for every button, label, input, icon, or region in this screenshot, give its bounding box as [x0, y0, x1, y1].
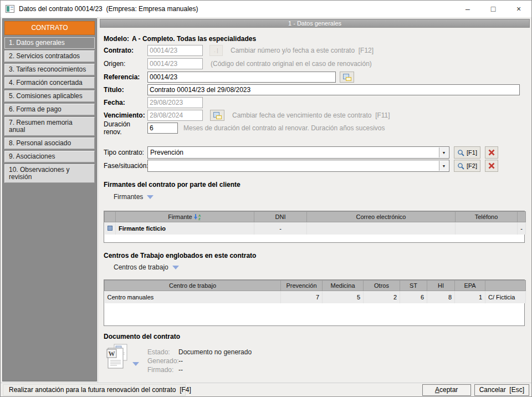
firmante-telefono-cell [456, 222, 518, 235]
accept-button[interactable]: Aceptar [422, 384, 471, 396]
fase-situacion-row: Fase/situación: ▼ [F2] [104, 160, 498, 172]
vencimiento-hint: Cambiar fecha de vencimiento de este con… [232, 111, 390, 119]
firmado-label: Firmado: [147, 366, 178, 374]
search-icon [457, 162, 464, 170]
delete-x-icon [488, 162, 495, 169]
fecha-label: Fecha: [104, 99, 147, 106]
firmante-extra-cell: - [518, 222, 526, 235]
cancel-button[interactable]: Cancelar [Esc] [474, 384, 529, 396]
documento-generado-row: Generado: -- [147, 357, 183, 365]
referencia-row: Referencia: [104, 72, 354, 83]
dropdown-triangle-icon [172, 266, 179, 269]
centros-table-row[interactable]: Centro manuales 7 5 2 6 8 1 C/ Ficticia [105, 291, 526, 303]
fase-situacion-select[interactable]: ▼ [147, 160, 449, 172]
centros-col-epa[interactable]: EPA [455, 281, 485, 291]
annotation-label: Realizar anotación para la futura renova… [9, 386, 191, 394]
sidebar-item-forma-de-pago[interactable]: 6. Forma de pago [4, 104, 95, 115]
sidebar-item-formacion-concertada[interactable]: 4. Formación concertada [4, 77, 95, 89]
duracion-input[interactable] [147, 123, 178, 134]
fecha-input[interactable] [147, 97, 203, 108]
sidebar-item-personal-asociado[interactable]: 8. Personal asociado [4, 138, 95, 149]
sidebar-item-comisiones-aplicables[interactable]: 5. Comisiones aplicables [4, 90, 95, 102]
sidebar-item-observaciones-revision[interactable]: 10. Observaciones y revisión [4, 164, 95, 183]
sidebar-item-servicios-contratados[interactable]: 2. Servicios contratados [4, 50, 95, 62]
fase-situacion-clear-button[interactable] [485, 160, 498, 172]
firmantes-col-telefono[interactable]: Teléfono [456, 212, 518, 222]
firmantes-col-selector[interactable] [105, 212, 116, 222]
word-document-icon: W [106, 343, 129, 369]
tipo-contrato-label: Tipo contrato: [104, 149, 147, 156]
centros-menu-button[interactable]: Centros de trabajo [114, 263, 179, 271]
minimize-button[interactable]: – [455, 1, 480, 17]
vencimiento-row: Vencimiento: Cambiar fecha de vencimient… [104, 110, 390, 121]
chevron-down-icon[interactable]: ▼ [439, 147, 448, 157]
sidebar: CONTRATO 1. Datos generales 2. Servicios… [2, 18, 97, 381]
referencia-input[interactable] [147, 72, 336, 83]
modelo-row: Modelo: A - Completo. Todas las especial… [104, 33, 256, 44]
centros-col-st[interactable]: ST [400, 281, 427, 291]
tipo-contrato-clear-button[interactable] [485, 146, 498, 159]
firmante-row-marker [105, 222, 116, 235]
annotation-action[interactable]: Realizar anotación para la futura renova… [3, 384, 186, 396]
svg-text:A: A [198, 214, 201, 217]
firmantes-col-extra[interactable] [518, 212, 526, 222]
fecha-row: Fecha: [104, 97, 203, 108]
change-expiry-button[interactable] [210, 110, 224, 121]
centros-col-otros[interactable]: Otros [364, 281, 400, 291]
record-bullet-icon [108, 226, 112, 231]
centros-col-centro[interactable]: Centro de trabajo [105, 281, 281, 291]
change-number-button[interactable]: . | [209, 45, 223, 56]
firmantes-menu-button[interactable]: Firmantes [114, 193, 154, 201]
origen-input[interactable] [147, 58, 203, 69]
sidebar-item-datos-generales[interactable]: 1. Datos generales [4, 37, 95, 49]
title-bar[interactable]: Datos del contrato 00014/23 (Empresa: Em… [1, 1, 531, 17]
firmante-name-cell: Firmante ficticio [116, 222, 254, 235]
firmantes-col-firmante[interactable]: FirmanteAZ [116, 212, 254, 222]
documento-firmado-row: Firmado: -- [147, 365, 183, 374]
tipo-contrato-search-button[interactable]: [F1] [454, 146, 480, 159]
centros-col-prevencion[interactable]: Prevención [281, 281, 323, 291]
documento-menu-button[interactable]: W [106, 343, 139, 369]
fase-situacion-value [148, 160, 449, 162]
vencimiento-input[interactable] [147, 110, 203, 121]
estado-label: Estado: [147, 348, 178, 356]
firmantes-table-row[interactable]: Firmante ficticio - - [105, 222, 526, 235]
referencia-lookup-button[interactable] [340, 72, 354, 83]
centro-otros-cell: 2 [364, 291, 400, 303]
centro-st-cell: 6 [400, 291, 427, 303]
svg-text:Z: Z [198, 217, 201, 220]
centros-col-direccion[interactable] [485, 281, 526, 291]
contrato-label: Contrato: [104, 47, 147, 54]
fase-situacion-search-button[interactable]: [F2] [454, 160, 480, 172]
centros-col-hi[interactable]: HI [427, 281, 455, 291]
firmantes-menu-label: Firmantes [114, 193, 143, 201]
main-panel: 1 - Datos generales Modelo: A - Completo… [98, 17, 531, 383]
centros-col-medicina[interactable]: Medicina [323, 281, 364, 291]
dropdown-triangle-icon [147, 195, 154, 199]
tipo-contrato-value: Prevención [148, 147, 449, 156]
sidebar-item-asociaciones[interactable]: 9. Asociaciones [4, 151, 95, 162]
search-icon [457, 149, 464, 156]
footer-bar: Realizar anotación para la futura renova… [1, 383, 531, 396]
chevron-down-icon[interactable]: ▼ [439, 161, 448, 171]
close-button[interactable]: × [506, 1, 531, 17]
sidebar-header: CONTRATO [4, 21, 95, 35]
tipo-contrato-fkey: [F1] [467, 149, 477, 156]
firmantes-section-title: Firmantes del contrato por parte del cli… [104, 181, 241, 189]
contrato-input[interactable] [147, 45, 203, 56]
firmante-correo-cell [307, 222, 456, 235]
documento-estado-row: Estado: Documento no generado [147, 348, 252, 356]
firmantes-col-correo[interactable]: Correo electrónico [307, 212, 456, 222]
sidebar-item-tarifas-reconocimientos[interactable]: 3. Tarifas reconocimientos [4, 64, 95, 75]
duracion-label: Duración renov. [104, 120, 147, 136]
firmantes-col-dni[interactable]: DNI [254, 212, 307, 222]
centro-medicina-cell: 5 [323, 291, 364, 303]
referencia-label: Referencia: [104, 73, 147, 81]
section-header: 1 - Datos generales [100, 19, 530, 28]
generado-label: Generado: [147, 357, 178, 365]
titulo-input[interactable] [147, 84, 520, 95]
maximize-button[interactable]: □ [480, 1, 506, 17]
titulo-label: Título: [104, 86, 147, 94]
tipo-contrato-select[interactable]: Prevención ▼ [147, 146, 449, 159]
sidebar-item-resumen-memoria-anual[interactable]: 7. Resumen memoria anual [4, 117, 95, 136]
